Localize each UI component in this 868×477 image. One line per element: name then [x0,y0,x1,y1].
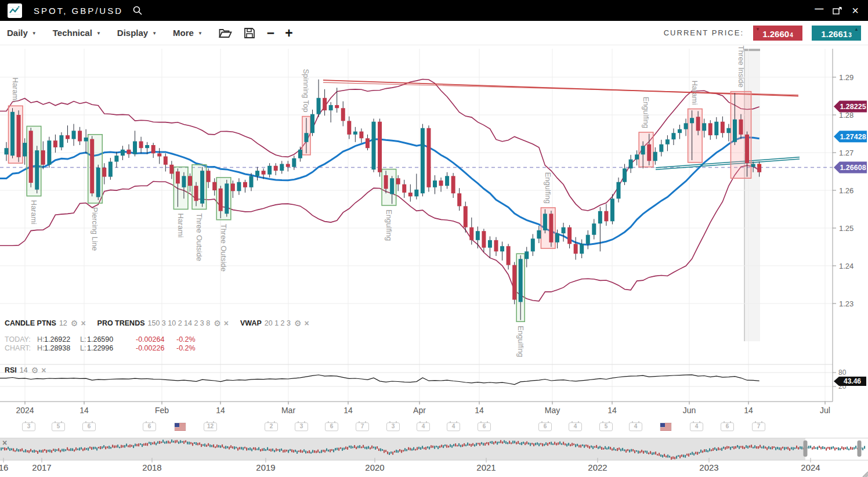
pattern-label: Spinning Top [302,69,310,113]
vwap-trendline [656,157,800,168]
price-chart[interactable]: HaramiHaramiPiercing LineHaramiThree Out… [0,45,868,477]
remove-indicator-icon[interactable]: × [224,319,229,328]
search-icon[interactable] [132,5,143,16]
save-icon[interactable] [244,27,255,39]
calendar-event-icon[interactable]: 6 [478,422,491,431]
overview-year-label: 2024 [801,462,820,472]
trendlines[interactable] [323,80,800,169]
price-marker-value: 1.26608 [840,164,866,172]
calendar-event-icon[interactable]: 4 [690,422,703,431]
pattern-label: Three Outside [219,224,228,272]
calendar-event-icon[interactable]: 2 [265,422,278,431]
overview-navigator[interactable]: ×1620172018201920202021202220232024 [0,438,868,472]
us-flag-icon[interactable] [660,423,671,431]
chevron-down-icon: ▼ [198,31,202,36]
menu-display[interactable]: Display ▼ [117,28,157,38]
resistance-trendline [323,80,798,96]
candle-patterns-indicator-label[interactable]: CANDLE PTNS [5,319,56,327]
calendar-event-icon[interactable]: 5 [52,422,65,431]
calendar-event-icon[interactable]: 3 [295,422,308,431]
y-axis-label: 1.24 [839,262,853,270]
calendar-event-icon[interactable]: 7 [356,422,369,431]
calendar-event-icon[interactable]: 6 [538,422,552,431]
calendar-event-icon[interactable]: 6 [325,422,338,431]
pattern-label: Harami [690,81,699,105]
x-axis-label: 2024 [16,406,34,415]
vwap-indicator-label[interactable]: VWAP [240,319,262,327]
overview-year-label: 16 [0,462,8,472]
resistance-trendline [323,82,798,95]
overview-year-label: 2022 [588,462,607,472]
popout-button[interactable] [833,6,842,15]
overview-close-icon[interactable]: × [2,438,7,447]
y-axis-label: 1.27 [839,149,853,157]
calendar-event-icon[interactable]: 3 [22,422,35,431]
close-button[interactable]: × [852,4,859,17]
settings-gear-icon[interactable]: ⚙ [31,366,39,375]
resize-grip[interactable] [863,472,868,477]
pattern-labels: HaramiHaramiPiercing LineHaramiThree Out… [11,45,745,357]
calendar-event-icon[interactable]: 12 [204,422,217,431]
minimize-button[interactable]: — [815,6,823,12]
indicator-legend: CANDLE PTNS 12 ⚙ × PRO TRENDS 150 3 10 2… [5,319,309,328]
us-flag-icon[interactable] [175,423,186,431]
vwap-trendline [656,159,800,169]
pattern-label: Piercing Line [91,207,99,251]
calendar-event-icon[interactable]: 4 [447,422,460,431]
y-axis-label: 1.25 [839,224,853,233]
x-axis-label: Mar [281,406,295,415]
svg-text:43.46: 43.46 [844,377,861,385]
open-folder-icon[interactable] [219,28,232,38]
calendar-event-icon[interactable]: 7 [752,422,765,431]
settings-gear-icon[interactable]: ⚙ [294,319,302,328]
navigator-right-handle[interactable] [858,440,862,457]
navigator-left-handle[interactable] [804,440,808,457]
price-marker-value: 1.28225 [840,103,866,111]
rsi-line [0,375,760,385]
overview-year-label: 2017 [32,462,51,472]
x-axis-label: 14 [607,406,617,415]
remove-indicator-icon[interactable]: × [81,319,85,328]
pro-trends-indicator-label[interactable]: PRO TRENDS [97,319,145,327]
bid-price-badge: ▼ 1.26604 [753,26,802,41]
calendar-event-icon[interactable]: 4 [417,422,430,431]
zoom-out-button[interactable]: − [267,27,274,39]
remove-indicator-icon[interactable]: × [41,366,46,375]
calendar-event-icon[interactable]: 5 [599,422,613,431]
x-axis-label: 14 [79,406,89,415]
overview-year-label: 2023 [699,462,718,472]
remove-indicator-icon[interactable]: × [305,319,309,328]
chart-change: -0.00226 [136,344,176,352]
app-logo-icon [8,3,22,18]
overview-year-label: 2020 [365,462,384,472]
menu-daily[interactable]: Daily ▼ [7,28,37,38]
pattern-label: Engulfing [642,97,650,128]
menu-more[interactable]: More ▼ [173,28,202,38]
rsi-indicator-label[interactable]: RSI [5,366,17,374]
overview-year-label: 2019 [256,462,275,472]
x-axis-label: 14 [343,406,353,415]
zoom-in-button[interactable]: + [285,27,292,39]
calendar-event-icon[interactable]: 4 [569,422,582,431]
chart-stats-row: CHART: H: 1.28938 L: 1.22996 -0.00226 -0… [5,344,196,352]
settings-gear-icon[interactable]: ⚙ [214,319,221,328]
menu-technical[interactable]: Technical ▼ [53,28,101,38]
settings-gear-icon[interactable]: ⚙ [71,319,78,328]
calendar-event-icon[interactable]: 3 [386,422,400,431]
title-bar: SPOT, GBP/USD — × [0,0,868,21]
overview-year-label: 2018 [142,462,161,472]
today-stats-row: TODAY: H: 1.26922 L: 1.26590 -0.00264 -0… [5,335,196,344]
chevron-down-icon: ▼ [32,31,37,36]
calendar-event-icon[interactable]: 4 [629,422,642,431]
pattern-label: Engulfing [544,172,552,204]
calendar-event-icon[interactable]: 6 [82,422,96,431]
x-axis-label: Apr [413,406,426,415]
pattern-label: Three Inside [737,45,746,87]
calendar-event-icon[interactable]: 6 [721,422,734,431]
price-marker-value: 1.27428 [840,133,866,141]
rsi-legend: RSI 14 ⚙ × [5,366,46,375]
pattern-label: Three Outside [195,214,204,261]
price-down-arrow-icon: ▼ [755,27,760,32]
chevron-down-icon: ▼ [152,31,157,36]
calendar-event-icon[interactable]: 6 [143,422,156,431]
